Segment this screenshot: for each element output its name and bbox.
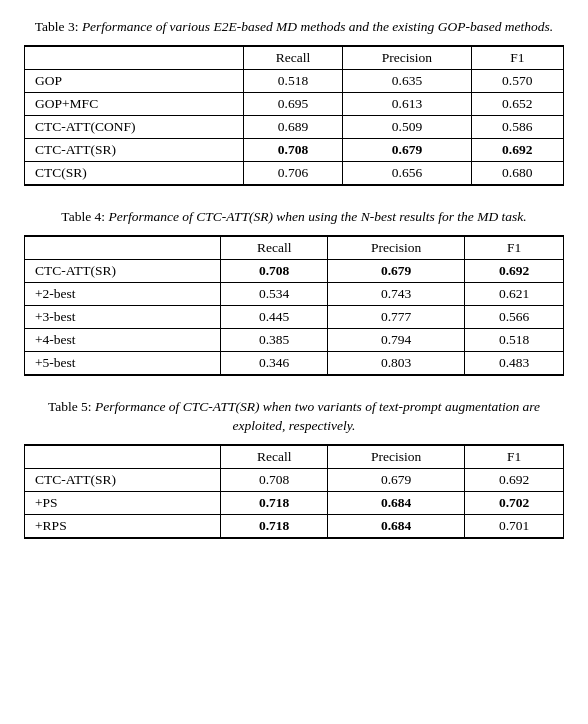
- table5-caption: Table 5: Performance of CTC-ATT(SR) when…: [24, 398, 564, 436]
- table-row: CTC-ATT(CONF)0.6890.5090.586: [25, 115, 564, 138]
- cell-method: +5-best: [25, 351, 221, 375]
- table4-col-f1: F1: [465, 236, 564, 260]
- cell-recall: 0.706: [243, 161, 343, 185]
- table5-col-f1: F1: [465, 445, 564, 469]
- cell-method: +2-best: [25, 282, 221, 305]
- table3-section: Table 3: Performance of various E2E-base…: [24, 18, 564, 186]
- table5-col-method: [25, 445, 221, 469]
- cell-method: CTC-ATT(SR): [25, 468, 221, 491]
- table-row: +3-best0.4450.7770.566: [25, 305, 564, 328]
- cell-f1: 0.586: [471, 115, 563, 138]
- table3-col-precision: Precision: [343, 46, 471, 70]
- table5-desc: Performance of CTC-ATT(SR) when two vari…: [92, 399, 540, 433]
- table5: Recall Precision F1 CTC-ATT(SR)0.7080.67…: [24, 444, 564, 539]
- cell-f1: 0.692: [471, 138, 563, 161]
- table-row: +RPS0.7180.6840.701: [25, 514, 564, 538]
- table3-desc: Performance of various E2E-based MD meth…: [79, 19, 554, 34]
- cell-f1: 0.570: [471, 69, 563, 92]
- cell-f1: 0.621: [465, 282, 564, 305]
- table-row: +4-best0.3850.7940.518: [25, 328, 564, 351]
- table5-section: Table 5: Performance of CTC-ATT(SR) when…: [24, 398, 564, 539]
- table-row: +PS0.7180.6840.702: [25, 491, 564, 514]
- table3-col-recall: Recall: [243, 46, 343, 70]
- table3-col-method: [25, 46, 244, 70]
- cell-method: GOP: [25, 69, 244, 92]
- cell-recall: 0.385: [221, 328, 328, 351]
- cell-f1: 0.680: [471, 161, 563, 185]
- cell-precision: 0.635: [343, 69, 471, 92]
- cell-precision: 0.656: [343, 161, 471, 185]
- table3-caption: Table 3: Performance of various E2E-base…: [24, 18, 564, 37]
- cell-recall: 0.708: [221, 468, 328, 491]
- cell-precision: 0.743: [328, 282, 465, 305]
- table5-header-row: Recall Precision F1: [25, 445, 564, 469]
- cell-f1: 0.652: [471, 92, 563, 115]
- cell-precision: 0.777: [328, 305, 465, 328]
- table-row: CTC-ATT(SR)0.7080.6790.692: [25, 138, 564, 161]
- table5-col-recall: Recall: [221, 445, 328, 469]
- table4-section: Table 4: Performance of CTC-ATT(SR) when…: [24, 208, 564, 376]
- table4-col-method: [25, 236, 221, 260]
- cell-f1: 0.692: [465, 468, 564, 491]
- cell-f1: 0.702: [465, 491, 564, 514]
- cell-precision: 0.679: [328, 259, 465, 282]
- cell-method: +3-best: [25, 305, 221, 328]
- table-row: GOP0.5180.6350.570: [25, 69, 564, 92]
- cell-method: CTC-ATT(CONF): [25, 115, 244, 138]
- cell-precision: 0.679: [343, 138, 471, 161]
- cell-f1: 0.518: [465, 328, 564, 351]
- cell-method: +PS: [25, 491, 221, 514]
- cell-precision: 0.684: [328, 514, 465, 538]
- table3: Recall Precision F1 GOP0.5180.6350.570GO…: [24, 45, 564, 186]
- cell-recall: 0.718: [221, 491, 328, 514]
- cell-precision: 0.509: [343, 115, 471, 138]
- table-row: CTC-ATT(SR)0.7080.6790.692: [25, 468, 564, 491]
- cell-precision: 0.613: [343, 92, 471, 115]
- cell-recall: 0.708: [221, 259, 328, 282]
- cell-f1: 0.566: [465, 305, 564, 328]
- cell-method: CTC(SR): [25, 161, 244, 185]
- table4-col-precision: Precision: [328, 236, 465, 260]
- cell-method: CTC-ATT(SR): [25, 138, 244, 161]
- cell-recall: 0.518: [243, 69, 343, 92]
- cell-f1: 0.701: [465, 514, 564, 538]
- table3-label: Table 3: [35, 19, 75, 34]
- cell-f1: 0.692: [465, 259, 564, 282]
- table-row: CTC(SR)0.7060.6560.680: [25, 161, 564, 185]
- table-row: CTC-ATT(SR)0.7080.6790.692: [25, 259, 564, 282]
- table3-col-f1: F1: [471, 46, 563, 70]
- table3-header-row: Recall Precision F1: [25, 46, 564, 70]
- table4-col-recall: Recall: [221, 236, 328, 260]
- table4-header-row: Recall Precision F1: [25, 236, 564, 260]
- cell-recall: 0.718: [221, 514, 328, 538]
- table5-label: Table 5: [48, 399, 88, 414]
- cell-method: GOP+MFC: [25, 92, 244, 115]
- cell-method: CTC-ATT(SR): [25, 259, 221, 282]
- cell-recall: 0.695: [243, 92, 343, 115]
- cell-precision: 0.679: [328, 468, 465, 491]
- table-row: GOP+MFC0.6950.6130.652: [25, 92, 564, 115]
- table-row: +5-best0.3460.8030.483: [25, 351, 564, 375]
- table4-label: Table 4: [61, 209, 101, 224]
- cell-precision: 0.794: [328, 328, 465, 351]
- cell-f1: 0.483: [465, 351, 564, 375]
- table4: Recall Precision F1 CTC-ATT(SR)0.7080.67…: [24, 235, 564, 376]
- cell-recall: 0.708: [243, 138, 343, 161]
- table4-desc: Performance of CTC-ATT(SR) when using th…: [105, 209, 527, 224]
- cell-recall: 0.689: [243, 115, 343, 138]
- table-row: +2-best0.5340.7430.621: [25, 282, 564, 305]
- cell-recall: 0.346: [221, 351, 328, 375]
- table5-col-precision: Precision: [328, 445, 465, 469]
- cell-precision: 0.684: [328, 491, 465, 514]
- cell-precision: 0.803: [328, 351, 465, 375]
- cell-recall: 0.534: [221, 282, 328, 305]
- cell-method: +4-best: [25, 328, 221, 351]
- table4-caption: Table 4: Performance of CTC-ATT(SR) when…: [24, 208, 564, 227]
- cell-recall: 0.445: [221, 305, 328, 328]
- cell-method: +RPS: [25, 514, 221, 538]
